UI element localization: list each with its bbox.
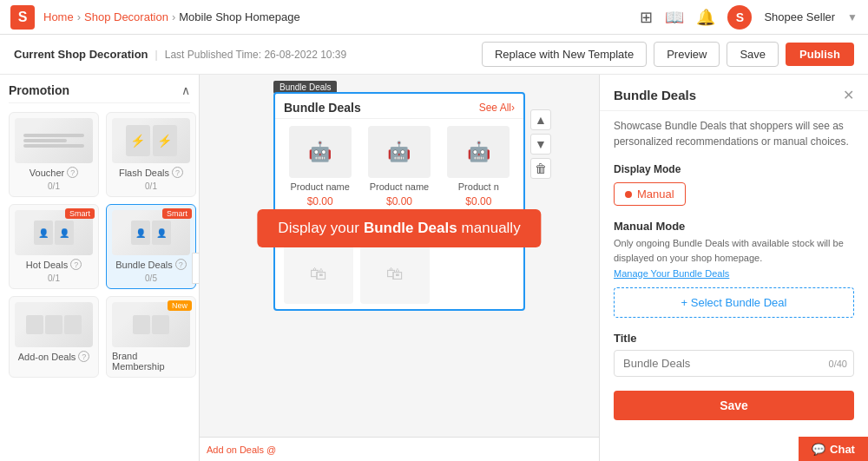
promo-item-hot-deals[interactable]: Smart 👤 👤 Hot Deals ? 0/1 xyxy=(9,204,99,289)
product-image-3: 🤖 xyxy=(447,126,510,178)
seller-name: Shopee Seller xyxy=(764,10,835,23)
shopee-logo: S xyxy=(10,5,35,30)
title-section: Title 0/40 xyxy=(600,325,868,384)
chevron-down-icon[interactable]: ▼ xyxy=(847,11,858,23)
canvas-product-3: 🤖 Product n $0.00 xyxy=(443,126,515,207)
avatar: S xyxy=(727,5,752,30)
nav-home[interactable]: Home xyxy=(43,10,74,23)
current-decoration-label: Current Shop Decoration xyxy=(14,48,148,61)
display-mode-row: Manual xyxy=(614,182,854,206)
right-panel-close-icon[interactable]: ✕ xyxy=(843,87,854,103)
product-price-2: $0.00 xyxy=(386,195,412,207)
nav-current-page: Mobile Shop Homepage xyxy=(179,10,299,23)
promo-item-flash-deals[interactable]: ⚡ ⚡ Flash Deals ? 0/1 xyxy=(106,112,196,197)
collapse-icon[interactable]: ∧ xyxy=(181,83,190,97)
panel-title: Promotion xyxy=(9,83,69,97)
brand-membership-new-badge: New xyxy=(168,300,192,311)
breadcrumb: Home › Shop Decoration › Mobile Shop Hom… xyxy=(43,10,300,23)
canvas-wrapper: ▲ ▼ 🗑 Bundle Deals Bundle Deals See All … xyxy=(273,92,525,311)
overlay-banner: Display your Bundle Deals manually xyxy=(257,209,541,247)
select-bundle-deal-button[interactable]: + Select Bundle Deal xyxy=(614,287,854,318)
chat-button[interactable]: 💬 Chat xyxy=(799,437,868,461)
title-section-label: Title xyxy=(614,332,854,345)
bottom-product-2: 🛍 xyxy=(360,243,430,304)
bundle-tag: Bundle Deals xyxy=(273,80,337,93)
hot-deals-label: Hot Deals xyxy=(26,260,68,270)
hot-deals-smart-badge: Smart xyxy=(65,208,95,219)
overlay-text-start: Display your xyxy=(278,220,359,237)
manual-mode-desc: Only ongoing Bundle Deals with available… xyxy=(614,236,854,265)
replace-template-button[interactable]: Replace with New Template xyxy=(482,42,647,67)
promo-item-bundle-deals[interactable]: Smart 👤 👤 Bundle Deals ? 0/5 xyxy=(106,204,196,289)
nav-shop-decoration[interactable]: Shop Decoration xyxy=(84,10,168,23)
promo-item-voucher[interactable]: Voucher ? 0/1 xyxy=(9,112,99,197)
promo-grid: Voucher ? 0/1 ⚡ ⚡ Flash Deals ? 0/1 xyxy=(9,112,190,378)
canvas-controls: ▲ ▼ 🗑 xyxy=(530,109,551,179)
hot-deals-count: 0/1 xyxy=(48,273,60,283)
hot-deals-info-icon: ? xyxy=(70,259,82,270)
overlay-text-end: manually xyxy=(462,220,521,237)
canvas-product-2: 🤖 Product name $0.00 xyxy=(363,126,435,207)
overlay-text-bold: Bundle Deals xyxy=(364,220,457,237)
bottom-product-1: 🛍 xyxy=(284,243,353,304)
move-up-icon[interactable]: ▲ xyxy=(530,109,551,130)
manage-bundle-deals-link[interactable]: Manage Your Bundle Deals xyxy=(614,268,854,279)
chat-label: Chat xyxy=(830,443,855,456)
voucher-count: 0/1 xyxy=(48,181,60,191)
bundle-deals-smart-badge: Smart xyxy=(162,208,192,219)
voucher-info-icon: ? xyxy=(67,167,78,178)
canvas-bottom-products: 🛍 🛍 xyxy=(275,238,523,309)
mode-manual-button[interactable]: Manual xyxy=(614,182,686,206)
title-input[interactable] xyxy=(614,350,854,377)
bundle-deals-info-icon: ? xyxy=(175,259,187,270)
publish-button[interactable]: Publish xyxy=(786,43,854,66)
canvas-bundle-deals-card[interactable]: Bundle Deals See All › 🤖 Product name $0… xyxy=(273,92,525,311)
title-char-count: 0/40 xyxy=(829,359,847,369)
manual-mode-section: Manual Mode Only ongoing Bundle Deals wi… xyxy=(600,213,868,325)
mode-dot-icon xyxy=(625,191,632,198)
right-panel-save-button[interactable]: Save xyxy=(614,391,854,420)
toolbar-right: Replace with New Template Preview Save P… xyxy=(482,42,854,67)
delete-icon[interactable]: 🗑 xyxy=(530,158,551,179)
chat-icon: 💬 xyxy=(812,443,825,456)
book-icon[interactable]: 📖 xyxy=(665,8,684,27)
canvas-see-all[interactable]: See All › xyxy=(479,102,515,114)
product-name-3: Product n xyxy=(458,181,499,192)
display-mode-label: Display Mode xyxy=(614,163,854,175)
title-input-wrap: 0/40 xyxy=(614,350,854,377)
addon-deals-info-icon: ? xyxy=(78,351,89,362)
bottom-footer: Add on Deals @ xyxy=(200,437,599,461)
save-button[interactable]: Save xyxy=(727,42,779,67)
toolbar-left: Current Shop Decoration | Last Published… xyxy=(14,48,473,61)
display-mode-section: Display Mode Manual xyxy=(600,156,868,213)
flash-deals-count: 0/1 xyxy=(145,181,157,191)
bundle-deals-count: 0/5 xyxy=(145,273,157,283)
brand-membership-label: Brand Membership xyxy=(112,351,190,372)
addon-deals-label: Add-on Deals xyxy=(18,352,76,362)
promo-item-addon-deals[interactable]: Add-on Deals ? xyxy=(9,296,99,378)
bell-icon[interactable]: 🔔 xyxy=(696,8,715,27)
nav-right-actions: ⊞ 📖 🔔 S Shopee Seller ▼ xyxy=(640,5,858,30)
product-name-1: Product name xyxy=(290,181,349,192)
preview-button[interactable]: Preview xyxy=(654,42,720,67)
product-price-3: $0.00 xyxy=(465,195,491,207)
toolbar: Current Shop Decoration | Last Published… xyxy=(0,35,868,75)
grid-icon[interactable]: ⊞ xyxy=(640,8,653,27)
left-panel: Promotion ∧ Voucher ? xyxy=(0,75,200,461)
move-down-icon[interactable]: ▼ xyxy=(530,134,551,155)
product-name-2: Product name xyxy=(370,181,429,192)
published-time: Last Published Time: 26-08-2022 10:39 xyxy=(165,49,346,61)
promo-item-brand-membership[interactable]: New Brand Membership xyxy=(106,296,196,378)
center-canvas: ▲ ▼ 🗑 Bundle Deals Bundle Deals See All … xyxy=(200,75,599,461)
voucher-label: Voucher xyxy=(30,168,64,178)
top-navigation: S Home › Shop Decoration › Mobile Shop H… xyxy=(0,0,868,35)
bundle-deals-label: Bundle Deals xyxy=(115,260,172,270)
main-layout: Promotion ∧ Voucher ? xyxy=(0,75,868,461)
canvas-products-row: 🤖 Product name $0.00 🤖 Product name $0.0… xyxy=(275,119,523,214)
manual-mode-title: Manual Mode xyxy=(614,220,854,233)
right-panel-title: Bundle Deals xyxy=(614,88,696,102)
right-panel-header: Bundle Deals ✕ xyxy=(600,75,868,111)
right-panel: Bundle Deals ✕ Showcase Bundle Deals tha… xyxy=(599,75,868,461)
add-on-deals-label: Add on Deals @ xyxy=(207,445,276,455)
left-panel-collapse[interactable]: ‹ xyxy=(192,253,200,284)
